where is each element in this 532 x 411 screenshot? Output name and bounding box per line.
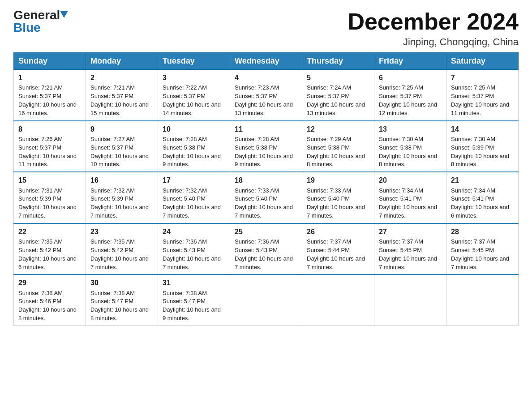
table-row: 26Sunrise: 7:37 AMSunset: 5:44 PMDayligh… [302,223,374,275]
col-friday: Friday [374,53,446,70]
day-number: 16 [90,175,153,185]
table-row: 18Sunrise: 7:33 AMSunset: 5:40 PMDayligh… [230,172,302,223]
table-row: 10Sunrise: 7:28 AMSunset: 5:38 PMDayligh… [158,121,230,172]
day-info: Sunrise: 7:31 AMSunset: 5:39 PMDaylight:… [18,187,81,220]
day-number: 12 [307,124,369,134]
day-number: 28 [451,227,514,237]
table-row: 11Sunrise: 7:28 AMSunset: 5:38 PMDayligh… [230,121,302,172]
day-info: Sunrise: 7:34 AMSunset: 5:41 PMDaylight:… [451,187,514,220]
day-number: 5 [307,73,369,83]
calendar-week-row: 22Sunrise: 7:35 AMSunset: 5:42 PMDayligh… [14,223,519,275]
day-number: 15 [18,175,81,185]
day-number: 27 [379,227,442,237]
day-number: 2 [90,73,153,83]
table-row: 19Sunrise: 7:33 AMSunset: 5:40 PMDayligh… [302,172,374,223]
month-year-title: December 2024 [348,9,519,34]
day-number: 25 [235,227,297,237]
day-number: 18 [235,175,297,185]
table-row: 12Sunrise: 7:29 AMSunset: 5:38 PMDayligh… [302,121,374,172]
svg-marker-0 [60,11,68,18]
day-info: Sunrise: 7:37 AMSunset: 5:44 PMDaylight:… [307,238,369,271]
day-number: 29 [18,278,81,288]
logo: General Blue [13,9,68,34]
day-number: 22 [18,227,81,237]
day-info: Sunrise: 7:26 AMSunset: 5:37 PMDaylight:… [18,135,81,169]
day-number: 11 [235,124,297,134]
day-info: Sunrise: 7:33 AMSunset: 5:40 PMDaylight:… [307,187,369,220]
calendar-week-row: 8Sunrise: 7:26 AMSunset: 5:37 PMDaylight… [14,121,519,172]
day-info: Sunrise: 7:24 AMSunset: 5:37 PMDaylight:… [307,84,369,117]
day-number: 23 [90,227,153,237]
day-info: Sunrise: 7:37 AMSunset: 5:45 PMDaylight:… [379,238,442,271]
title-area: December 2024 Jinping, Chongqing, China [348,9,519,48]
day-info: Sunrise: 7:21 AMSunset: 5:37 PMDaylight:… [18,84,81,117]
day-info: Sunrise: 7:25 AMSunset: 5:37 PMDaylight:… [451,84,514,117]
day-info: Sunrise: 7:37 AMSunset: 5:45 PMDaylight:… [451,238,514,271]
day-number: 7 [451,73,514,83]
day-info: Sunrise: 7:38 AMSunset: 5:47 PMDaylight:… [163,289,225,323]
calendar-table: Sunday Monday Tuesday Wednesday Thursday… [13,52,519,326]
col-tuesday: Tuesday [158,53,230,70]
table-row: 27Sunrise: 7:37 AMSunset: 5:45 PMDayligh… [374,223,446,275]
day-info: Sunrise: 7:35 AMSunset: 5:42 PMDaylight:… [18,238,81,271]
calendar-week-row: 15Sunrise: 7:31 AMSunset: 5:39 PMDayligh… [14,172,519,223]
day-info: Sunrise: 7:25 AMSunset: 5:37 PMDaylight:… [379,84,442,117]
table-row: 15Sunrise: 7:31 AMSunset: 5:39 PMDayligh… [14,172,86,223]
table-row: 5Sunrise: 7:24 AMSunset: 5:37 PMDaylight… [302,70,374,121]
day-number: 30 [90,278,153,288]
col-saturday: Saturday [446,53,519,70]
day-info: Sunrise: 7:22 AMSunset: 5:37 PMDaylight:… [163,84,225,117]
calendar-week-row: 1Sunrise: 7:21 AMSunset: 5:37 PMDaylight… [14,70,519,121]
table-row: 31Sunrise: 7:38 AMSunset: 5:47 PMDayligh… [158,274,230,325]
day-number: 9 [90,124,153,134]
day-number: 4 [235,73,297,83]
day-info: Sunrise: 7:21 AMSunset: 5:37 PMDaylight:… [90,84,153,117]
table-row: 29Sunrise: 7:38 AMSunset: 5:46 PMDayligh… [14,274,86,325]
day-number: 3 [163,73,225,83]
calendar-week-row: 29Sunrise: 7:38 AMSunset: 5:46 PMDayligh… [14,274,519,325]
table-row: 8Sunrise: 7:26 AMSunset: 5:37 PMDaylight… [14,121,86,172]
table-row [446,274,519,325]
day-number: 20 [379,175,442,185]
day-info: Sunrise: 7:36 AMSunset: 5:43 PMDaylight:… [163,238,225,271]
table-row: 28Sunrise: 7:37 AMSunset: 5:45 PMDayligh… [446,223,519,275]
col-wednesday: Wednesday [230,53,302,70]
col-monday: Monday [86,53,158,70]
table-row: 14Sunrise: 7:30 AMSunset: 5:39 PMDayligh… [446,121,519,172]
day-info: Sunrise: 7:29 AMSunset: 5:38 PMDaylight:… [307,135,369,169]
day-info: Sunrise: 7:28 AMSunset: 5:38 PMDaylight:… [235,135,297,169]
day-number: 10 [163,124,225,134]
col-sunday: Sunday [14,53,86,70]
day-number: 14 [451,124,514,134]
table-row: 4Sunrise: 7:23 AMSunset: 5:37 PMDaylight… [230,70,302,121]
day-info: Sunrise: 7:32 AMSunset: 5:39 PMDaylight:… [90,187,153,220]
calendar-header-row: Sunday Monday Tuesday Wednesday Thursday… [14,53,519,70]
table-row: 24Sunrise: 7:36 AMSunset: 5:43 PMDayligh… [158,223,230,275]
day-info: Sunrise: 7:28 AMSunset: 5:38 PMDaylight:… [163,135,225,169]
table-row: 25Sunrise: 7:36 AMSunset: 5:43 PMDayligh… [230,223,302,275]
day-number: 6 [379,73,442,83]
table-row: 9Sunrise: 7:27 AMSunset: 5:37 PMDaylight… [86,121,158,172]
table-row: 6Sunrise: 7:25 AMSunset: 5:37 PMDaylight… [374,70,446,121]
logo-general-text: General [13,9,60,21]
day-info: Sunrise: 7:30 AMSunset: 5:39 PMDaylight:… [451,135,514,169]
day-number: 24 [163,227,225,237]
logo-triangle-icon [60,11,68,20]
table-row [374,274,446,325]
table-row: 7Sunrise: 7:25 AMSunset: 5:37 PMDaylight… [446,70,519,121]
day-info: Sunrise: 7:34 AMSunset: 5:41 PMDaylight:… [379,187,442,220]
day-info: Sunrise: 7:30 AMSunset: 5:38 PMDaylight:… [379,135,442,169]
day-number: 17 [163,175,225,185]
day-number: 21 [451,175,514,185]
day-info: Sunrise: 7:33 AMSunset: 5:40 PMDaylight:… [235,187,297,220]
table-row: 22Sunrise: 7:35 AMSunset: 5:42 PMDayligh… [14,223,86,275]
table-row: 30Sunrise: 7:38 AMSunset: 5:47 PMDayligh… [86,274,158,325]
table-row: 21Sunrise: 7:34 AMSunset: 5:41 PMDayligh… [446,172,519,223]
day-info: Sunrise: 7:38 AMSunset: 5:47 PMDaylight:… [90,289,153,323]
table-row: 20Sunrise: 7:34 AMSunset: 5:41 PMDayligh… [374,172,446,223]
day-info: Sunrise: 7:35 AMSunset: 5:42 PMDaylight:… [90,238,153,271]
day-info: Sunrise: 7:38 AMSunset: 5:46 PMDaylight:… [18,289,81,323]
table-row: 13Sunrise: 7:30 AMSunset: 5:38 PMDayligh… [374,121,446,172]
table-row: 1Sunrise: 7:21 AMSunset: 5:37 PMDaylight… [14,70,86,121]
table-row: 2Sunrise: 7:21 AMSunset: 5:37 PMDaylight… [86,70,158,121]
